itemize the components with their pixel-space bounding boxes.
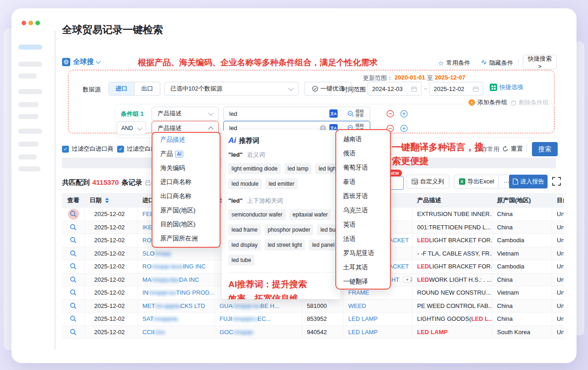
fuzzy-search-toggle[interactable]: 模糊搜索 — [345, 109, 367, 118]
sidebar-item-placeholder[interactable] — [18, 62, 42, 67]
synonym-tag[interactable]: led lamp — [284, 163, 311, 174]
sidebar-item-placeholder[interactable] — [18, 74, 37, 79]
related-tag[interactable]: lead frame — [228, 224, 261, 235]
view-detail-icon[interactable] — [68, 248, 79, 259]
synonym-tag[interactable]: led module — [228, 178, 262, 189]
importer-link[interactable]: ING INC — [183, 263, 205, 270]
importer-link[interactable]: IKE — [142, 224, 152, 231]
language-menu-item-7[interactable]: 法语 — [336, 232, 390, 246]
view-detail-icon[interactable] — [68, 222, 79, 233]
importer-link[interactable]: MET — [142, 302, 155, 309]
sort-icon[interactable] — [105, 198, 109, 203]
related-tag[interactable]: led tube — [228, 255, 254, 266]
language-menu-item-0[interactable]: 越南语 — [336, 132, 390, 146]
language-menu-item-3[interactable]: 泰语 — [336, 175, 390, 189]
keyword-input-1[interactable] — [229, 110, 326, 117]
sidebar-item-placeholder[interactable] — [18, 166, 40, 171]
view-detail-icon[interactable] — [68, 235, 79, 246]
enter-report-button[interactable]: 进入报告 — [509, 175, 548, 188]
view-detail-icon[interactable] — [68, 209, 79, 220]
importer-link[interactable]: SLO — [142, 250, 154, 257]
field-menu-item-6[interactable]: 目的国(地区) — [153, 217, 220, 232]
view-detail-icon[interactable] — [68, 300, 79, 311]
importer-link[interactable]: DA INC — [179, 276, 199, 283]
related-tag[interactable]: led display — [228, 239, 261, 250]
exporter-link[interactable]: BE H... — [260, 302, 279, 309]
fullscreen-icon[interactable] — [552, 177, 561, 186]
datasource-select[interactable]: 已选中102个数据源 — [164, 82, 299, 96]
view-detail-icon[interactable] — [68, 326, 79, 337]
synonym-tag[interactable]: light emitting diode — [228, 163, 281, 174]
view-detail-icon[interactable] — [68, 261, 79, 272]
related-tag[interactable]: phosphor powder — [265, 224, 314, 235]
importer-link[interactable]: FEI — [142, 211, 152, 217]
language-menu-item-4[interactable]: 西班牙语 — [336, 189, 390, 203]
add-condition-icon[interactable] — [400, 125, 408, 132]
exporter-link[interactable]: FUJI — [220, 315, 232, 322]
sidebar-item-placeholder[interactable] — [18, 114, 39, 119]
window-minimize-dot[interactable] — [28, 21, 33, 25]
keyword-link[interactable]: LED LAMP — [348, 315, 378, 322]
import-tab[interactable]: 进口 — [109, 82, 134, 95]
add-condition-icon[interactable] — [400, 110, 408, 118]
quick-options-button[interactable]: 快捷选项 — [490, 83, 523, 91]
field-menu-item-2[interactable]: 海关编码 — [153, 161, 220, 175]
view-detail-icon[interactable] — [68, 287, 79, 298]
hide-conditions-button[interactable]: 隐藏条件 — [481, 59, 513, 67]
language-menu-item-8[interactable]: 罗马尼亚语 — [336, 246, 390, 260]
keyword-more-badge[interactable]: + 2 — [403, 276, 413, 283]
importer-link[interactable]: RO — [142, 237, 152, 244]
export-excel-button[interactable]: X 导出Excel — [454, 175, 499, 188]
field-menu-item-7[interactable]: 原产国所在洲 — [153, 232, 220, 246]
language-menu-item-6[interactable]: 英语 — [336, 217, 390, 232]
date-from-input[interactable]: 2024-12-03 — [368, 82, 422, 96]
importer-link[interactable]: CCII — [142, 329, 154, 336]
remove-condition-icon[interactable] — [386, 110, 394, 118]
related-tag[interactable]: epitaxial wafer — [289, 209, 331, 220]
importer-link[interactable]: RO — [142, 263, 152, 270]
sidebar-item-active[interactable] — [18, 45, 42, 50]
language-menu-item-9[interactable]: 土耳其语 — [336, 260, 390, 274]
language-menu-item-5[interactable]: 乌克兰语 — [336, 203, 390, 217]
field-menu-item-3[interactable]: 进口商名称 — [153, 175, 220, 189]
favorite-conditions-button[interactable]: ☆ 常用条件 — [438, 59, 470, 67]
keyword-link[interactable]: WEED — [348, 302, 366, 309]
keyword-link[interactable]: LED LAMP — [348, 329, 378, 336]
importer-link[interactable]: IN — [142, 289, 148, 296]
view-detail-icon[interactable] — [68, 274, 79, 285]
field-menu-item-1[interactable]: 产品AI — [153, 147, 220, 161]
synonym-tag[interactable]: led emitter — [266, 178, 298, 189]
quick-search-button[interactable]: 快捷搜索 > — [523, 55, 557, 69]
language-menu-item-1[interactable]: 俄语 — [336, 146, 390, 160]
importer-link[interactable]: SAT — [142, 315, 153, 322]
importer-link[interactable]: TING PROD... — [176, 289, 215, 296]
filter-blank-importer-checkbox[interactable]: ✓ 过滤空白进口商 — [62, 145, 113, 153]
translate-icon[interactable]: 文A — [329, 109, 338, 118]
language-menu-item-2[interactable]: 葡萄牙语 — [336, 160, 390, 175]
field-menu-item-5[interactable]: 原产国(地区) — [153, 203, 220, 217]
keyword-link[interactable]: FRAME — [348, 289, 369, 296]
language-menu-item-10[interactable]: 一键翻译 — [336, 274, 390, 289]
sidebar-item-placeholder[interactable] — [18, 89, 42, 94]
field-menu-item-0[interactable]: 产品描述 — [153, 133, 220, 147]
exporter-link[interactable]: GOC — [220, 329, 233, 336]
sidebar-item-placeholder[interactable] — [18, 154, 37, 159]
importer-link[interactable]: CKS LTD — [181, 302, 205, 309]
field-select-1[interactable]: 产品描述 — [152, 107, 219, 120]
reset-button[interactable]: 重置 — [502, 145, 523, 153]
view-detail-icon[interactable] — [68, 313, 79, 324]
exporter-link[interactable]: GUA — [220, 302, 232, 309]
exporter-link[interactable]: EC... — [258, 315, 271, 322]
and-or-select[interactable]: AND — [117, 121, 146, 135]
related-tag[interactable]: semiconductor wafer — [228, 209, 286, 220]
sidebar-item-placeholder[interactable] — [18, 142, 39, 147]
date-to-input[interactable]: 2025-12-02 — [429, 82, 483, 96]
window-close-dot[interactable] — [22, 21, 26, 25]
scope-selector[interactable]: 全球搜 — [62, 57, 100, 66]
importer-link[interactable]: MA — [142, 276, 152, 283]
related-tag[interactable]: led street light — [265, 239, 305, 250]
export-tab[interactable]: 出口 — [134, 82, 160, 95]
search-button[interactable]: 搜索 — [532, 142, 558, 156]
sidebar-item-placeholder[interactable] — [18, 102, 39, 107]
window-maximize-dot[interactable] — [35, 21, 40, 25]
